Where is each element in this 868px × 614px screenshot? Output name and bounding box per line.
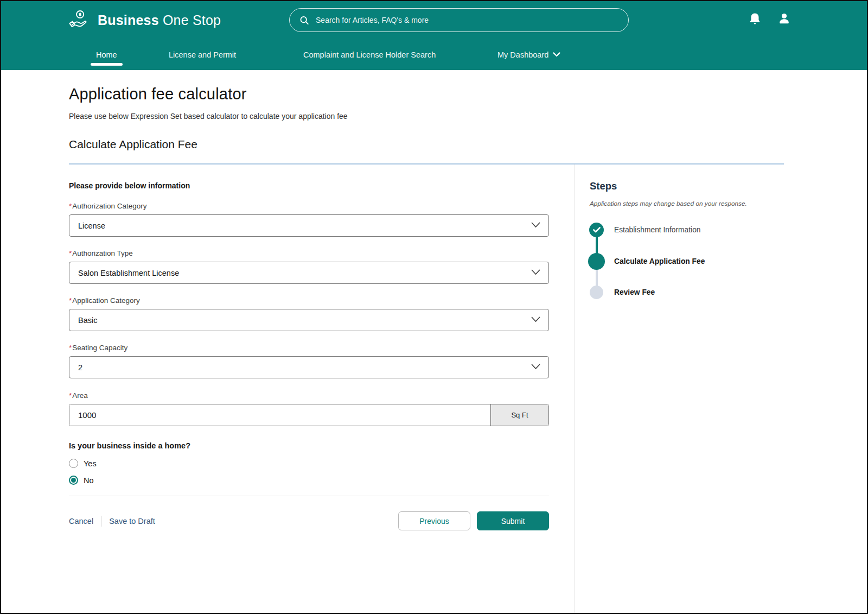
cancel-link[interactable]: Cancel [69, 517, 93, 526]
nav-my-dashboard[interactable]: My Dashboard [497, 39, 560, 70]
form-intro: Please provide below information [69, 181, 190, 190]
save-to-draft-link[interactable]: Save to Draft [109, 517, 155, 526]
brand-name: Business One Stop [98, 12, 221, 28]
page-subtitle: Please use below Expression Set based ca… [69, 112, 348, 121]
application-category-select[interactable]: Basic [69, 309, 549, 331]
step-label-establishment-information: Establishment Information [614, 226, 701, 234]
field-label: *Area [69, 391, 549, 400]
hand-coin-logo-icon [67, 9, 90, 31]
area-input-group: Sq Ft [69, 404, 549, 426]
field-label: *Application Category [69, 296, 549, 305]
check-icon [593, 227, 601, 233]
app-window: Business One Stop Home License and Permi… [0, 0, 868, 614]
steps-title: Steps [590, 180, 617, 192]
step-label-calculate-application-fee: Calculate Application Fee [614, 257, 705, 265]
steps-stepper: Establishment Information Calculate Appl… [588, 221, 783, 308]
footer-actions: Cancel Save to Draft Previous Submit [69, 511, 549, 530]
area-input[interactable] [69, 404, 490, 426]
content-vertical-divider [575, 164, 575, 613]
radio-circle [69, 476, 78, 485]
step-current-circle [588, 253, 605, 270]
step-connector-upcoming [596, 269, 598, 287]
home-business-question: Is your business inside a home? [69, 441, 190, 450]
chevron-down-icon [531, 364, 540, 370]
footer-divider [69, 496, 549, 496]
section-title: Calculate Application Fee [69, 138, 197, 151]
radio-circle [69, 459, 78, 468]
search-icon [299, 15, 309, 26]
chevron-down-icon [553, 52, 560, 57]
main-nav: Home License and Permit Complaint and Li… [1, 39, 867, 70]
radio-yes[interactable]: Yes [69, 459, 97, 468]
nav-license-and-permit[interactable]: License and Permit [169, 39, 236, 70]
section-divider [69, 163, 784, 164]
field-seating-capacity: *Seating Capacity 2 [69, 344, 549, 378]
seating-capacity-select[interactable]: 2 [69, 356, 549, 378]
submit-button[interactable]: Submit [477, 511, 549, 530]
link-separator [101, 516, 101, 527]
field-authorization-type: *Authorization Type Salon Establishment … [69, 249, 549, 284]
authorization-type-select[interactable]: Salon Establishment License [69, 262, 549, 284]
previous-button[interactable]: Previous [398, 511, 470, 530]
page-title: Application fee calculator [69, 85, 247, 103]
field-area: *Area Sq Ft [69, 391, 549, 426]
step-upcoming-circle [590, 286, 603, 299]
step-label-review-fee: Review Fee [614, 288, 655, 296]
search-input[interactable] [316, 16, 618, 24]
nav-home[interactable]: Home [96, 39, 117, 70]
radio-no[interactable]: No [69, 476, 94, 485]
field-label: *Authorization Type [69, 249, 549, 257]
brand[interactable]: Business One Stop [67, 9, 221, 31]
bell-icon[interactable] [749, 12, 761, 26]
field-application-category: *Application Category Basic [69, 296, 549, 331]
nav-complaint-license-holder-search[interactable]: Complaint and License Holder Search [303, 39, 436, 70]
field-label: *Authorization Category [69, 202, 549, 210]
field-authorization-category: *Authorization Category License [69, 202, 549, 237]
authorization-category-select[interactable]: License [69, 214, 549, 237]
chevron-down-icon [531, 222, 540, 228]
steps-note: Application steps may change based on yo… [590, 200, 747, 207]
field-label: *Seating Capacity [69, 344, 549, 352]
global-search[interactable] [289, 8, 629, 32]
user-icon[interactable] [777, 12, 791, 26]
area-unit-addon: Sq Ft [490, 404, 548, 426]
step-completed-circle [589, 223, 604, 237]
step-connector-completed [596, 236, 598, 255]
chevron-down-icon [531, 317, 540, 322]
chevron-down-icon [531, 269, 540, 275]
header: Business One Stop Home License and Permi… [1, 1, 867, 70]
